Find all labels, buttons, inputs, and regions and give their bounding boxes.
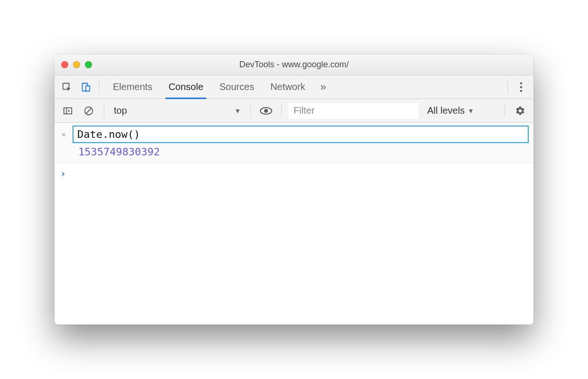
context-selector[interactable]: top ▼ (111, 105, 244, 116)
toggle-sidebar-icon[interactable] (59, 102, 76, 119)
console-settings-icon[interactable] (512, 102, 529, 119)
more-tabs-icon[interactable]: » (321, 81, 326, 93)
tab-sources[interactable]: Sources (220, 75, 254, 99)
zoom-window-button[interactable] (85, 61, 92, 68)
separator (104, 104, 104, 117)
main-toolbar: Elements Console Sources Network » (55, 75, 533, 99)
kebab-menu-icon[interactable] (513, 79, 530, 96)
devtools-window: DevTools - www.google.com/ Elements Cons… (55, 54, 533, 325)
svg-point-11 (264, 109, 268, 113)
svg-rect-6 (64, 108, 72, 114)
console-prompt[interactable]: › (55, 163, 533, 184)
live-expression-icon[interactable] (257, 102, 275, 119)
separator (505, 104, 505, 117)
minimize-window-button[interactable] (73, 61, 80, 68)
tab-console[interactable]: Console (168, 75, 203, 99)
separator (281, 104, 282, 117)
svg-point-3 (520, 82, 522, 84)
remove-expression-icon[interactable]: ✕ (59, 130, 68, 139)
tab-network[interactable]: Network (270, 75, 305, 99)
titlebar: DevTools - www.google.com/ (55, 54, 533, 75)
live-expression-result: 1535749830392 (78, 146, 529, 158)
separator (507, 81, 508, 94)
close-window-button[interactable] (61, 61, 68, 68)
console-toolbar: top ▼ All levels ▼ (55, 99, 533, 123)
clear-console-icon[interactable] (80, 102, 97, 119)
log-levels-selector[interactable]: All levels ▼ (427, 105, 474, 116)
separator (250, 104, 251, 117)
window-title: DevTools - www.google.com/ (55, 60, 533, 70)
traffic-lights (61, 61, 92, 68)
chevron-down-icon: ▼ (468, 107, 474, 115)
svg-point-5 (520, 90, 522, 91)
log-levels-label: All levels (427, 105, 465, 116)
separator (99, 81, 100, 94)
live-expression-input[interactable] (73, 126, 529, 143)
device-toggle-icon[interactable] (77, 79, 94, 96)
chevron-down-icon: ▼ (234, 107, 241, 115)
filter-input[interactable] (288, 103, 419, 119)
live-expression-entry: ✕ 1535749830392 (55, 123, 533, 163)
console-output: ✕ 1535749830392 › (55, 123, 533, 325)
inspect-element-icon[interactable] (58, 79, 75, 96)
panel-tabs: Elements Console Sources Network (113, 75, 305, 99)
svg-point-4 (520, 86, 522, 88)
svg-rect-2 (86, 86, 90, 91)
svg-line-9 (86, 108, 92, 113)
prompt-chevron-icon: › (60, 168, 66, 179)
tab-elements[interactable]: Elements (113, 75, 152, 99)
context-value: top (114, 105, 127, 116)
